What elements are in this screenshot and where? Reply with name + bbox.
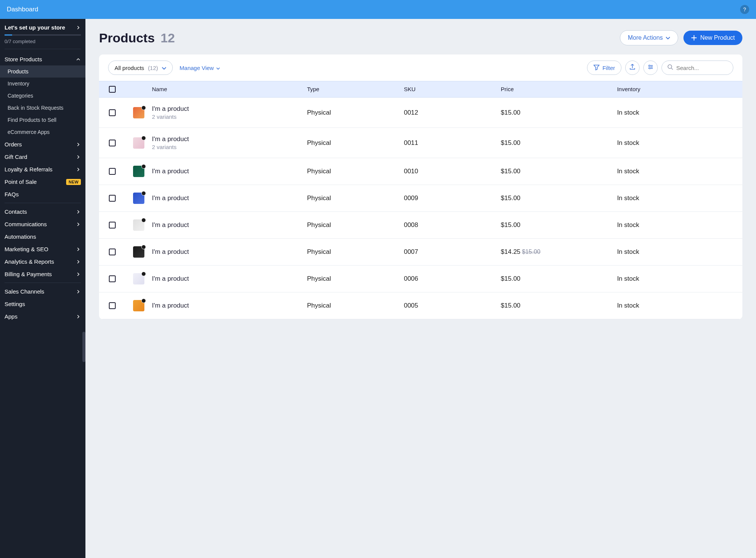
scrollbar-thumb[interactable] [82,332,85,362]
filter-button[interactable]: Filter [587,61,621,75]
search-field[interactable] [662,61,733,75]
products-card: All products (12) Manage View Filter [99,54,742,319]
dashboard-title[interactable]: Dashboard [7,6,38,13]
products-filter-dropdown[interactable]: All products (12) [108,61,173,75]
main-content: Products 12 More Actions New Product [85,19,756,558]
product-thumbnail [133,246,144,258]
table-row[interactable]: I'm a product Physical 0009 $15.00 In st… [99,185,742,212]
col-type[interactable]: Type [307,86,404,93]
product-inventory: In stock [617,248,733,256]
subnav-products[interactable]: Products [0,65,85,78]
setup-title: Let's set up your store [5,24,65,31]
subnav-categories[interactable]: Categories [0,90,85,102]
product-sku: 0006 [404,275,500,283]
product-name: I'm a product [152,221,307,229]
subnav-inventory[interactable]: Inventory [0,78,85,90]
product-type: Physical [307,139,404,147]
product-inventory: In stock [617,194,733,202]
row-checkbox[interactable] [109,109,116,116]
subnav-back-in-stock[interactable]: Back in Stock Requests [0,102,85,114]
more-actions-button[interactable]: More Actions [620,30,678,45]
product-type: Physical [307,275,404,283]
table-row[interactable]: I'm a product 2 variants Physical 0012 $… [99,98,742,128]
nav-billing[interactable]: Billing & Payments [0,268,85,280]
row-checkbox[interactable] [109,275,116,282]
product-type: Physical [307,109,404,117]
plus-icon [691,35,697,41]
row-checkbox[interactable] [109,222,116,228]
row-checkbox[interactable] [109,140,116,146]
nav-pos[interactable]: Point of Sale NEW [0,176,85,188]
chevron-right-icon [76,154,81,160]
product-price: $15.00 [501,221,617,229]
product-variants: 2 variants [152,113,307,120]
top-bar: Dashboard ? [0,0,756,19]
nav-gift-card[interactable]: Gift Card [0,151,85,163]
nav-apps[interactable]: Apps [0,310,85,323]
product-inventory: In stock [617,275,733,283]
nav-store-products[interactable]: Store Products [0,51,85,65]
product-count: 12 [161,31,175,45]
product-type: Physical [307,248,404,256]
col-inventory[interactable]: Inventory [617,86,733,93]
help-icon[interactable]: ? [740,5,749,14]
product-thumbnail [133,107,144,118]
product-price: $15.00 [501,302,617,309]
subnav-ecommerce-apps[interactable]: eCommerce Apps [0,126,85,138]
new-product-button[interactable]: New Product [683,31,742,45]
settings-button[interactable] [643,61,658,75]
product-name-cell: I'm a product 2 variants [152,105,307,120]
col-price[interactable]: Price [501,86,617,93]
col-sku[interactable]: SKU [404,86,500,93]
select-all-checkbox[interactable] [109,86,116,93]
sidebar: Let's set up your store 0/7 completed St… [0,19,85,558]
manage-view-link[interactable]: Manage View [180,65,220,71]
nav-marketing[interactable]: Marketing & SEO [0,243,85,255]
table-row[interactable]: I'm a product Physical 0010 $15.00 In st… [99,158,742,185]
nav-loyalty[interactable]: Loyalty & Referrals [0,163,85,176]
product-inventory: In stock [617,221,733,229]
chevron-right-icon [76,25,81,30]
table-row[interactable]: I'm a product Physical 0005 $15.00 In st… [99,292,742,319]
setup-status: 0/7 completed [5,39,81,44]
col-name[interactable]: Name [152,86,307,93]
product-name: I'm a product [152,168,307,175]
table-header: Name Type SKU Price Inventory [99,81,742,98]
sliders-icon [648,64,654,71]
table-row[interactable]: I'm a product 2 variants Physical 0011 $… [99,128,742,158]
product-thumbnail [133,193,144,204]
nav-settings[interactable]: Settings [0,298,85,310]
nav-faqs[interactable]: FAQs [0,188,85,201]
product-thumbnail [133,300,144,311]
chevron-right-icon [76,222,81,227]
product-thumbnail [133,219,144,231]
row-checkbox[interactable] [109,195,116,202]
nav-communications[interactable]: Communications [0,218,85,230]
nav-contacts[interactable]: Contacts [0,205,85,218]
product-name-cell: I'm a product [152,194,307,202]
nav-sales-channels[interactable]: Sales Channels [0,285,85,298]
export-icon [629,64,635,71]
product-sku: 0011 [404,139,500,147]
row-checkbox[interactable] [109,249,116,255]
setup-panel[interactable]: Let's set up your store 0/7 completed [0,19,85,49]
chevron-down-icon [162,65,166,71]
subnav-find-products[interactable]: Find Products to Sell [0,114,85,126]
chevron-right-icon [76,289,81,294]
row-checkbox[interactable] [109,168,116,175]
nav-orders[interactable]: Orders [0,138,85,151]
table-row[interactable]: I'm a product Physical 0006 $15.00 In st… [99,266,742,292]
export-button[interactable] [625,61,640,75]
product-price: $15.00 [501,194,617,202]
search-input[interactable] [676,65,742,71]
product-inventory: In stock [617,139,733,147]
product-thumbnail [133,166,144,177]
chevron-right-icon [76,209,81,214]
chevron-right-icon [76,272,81,277]
row-checkbox[interactable] [109,302,116,309]
nav-analytics[interactable]: Analytics & Reports [0,255,85,268]
table-row[interactable]: I'm a product Physical 0008 $15.00 In st… [99,212,742,239]
nav-automations[interactable]: Automations [0,230,85,243]
table-row[interactable]: I'm a product Physical 0007 $14.25$15.00… [99,239,742,266]
product-sku: 0010 [404,168,500,175]
